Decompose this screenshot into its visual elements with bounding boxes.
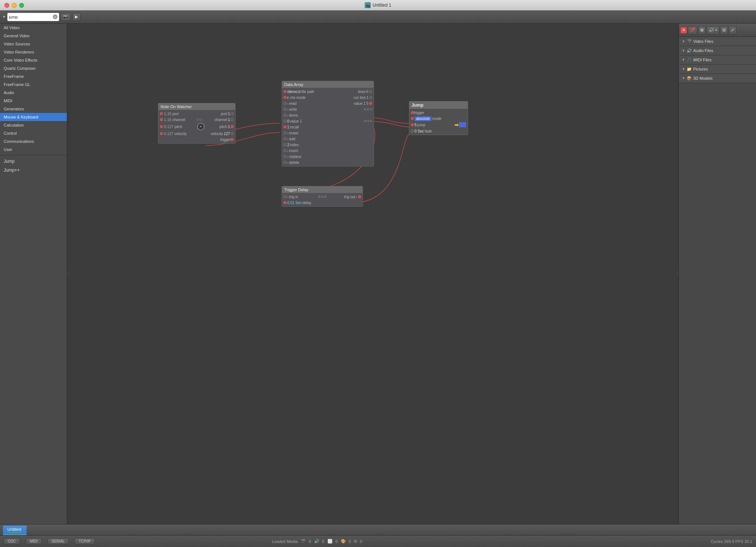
rp-midi-icon: 🎵: [687, 57, 692, 62]
jump-fade-row: 0 Sec fade: [409, 128, 468, 134]
sidebar-item-communications[interactable]: Communications: [0, 137, 67, 145]
minimize-button[interactable]: [12, 3, 17, 8]
da-in-9: [284, 137, 286, 140]
status-cycles-fps: Cycles 269.9 FPS 30.1: [711, 539, 752, 544]
media-palette-icon: 🎨: [341, 539, 346, 544]
now-pitch-row: 0-127 pitch 👁 pitch 1: [158, 123, 235, 131]
sidebar-item-freeframe-gl[interactable]: FreeFrame GL: [0, 80, 67, 89]
status-tab-tcpip[interactable]: TCP/IP: [75, 538, 94, 544]
now-port-out-4: [231, 132, 234, 135]
resize-dot-r2: [677, 274, 678, 274]
sidebar-item-midi[interactable]: MIDI: [0, 97, 67, 105]
da-in-13: [284, 161, 286, 164]
resize-dot-r1: [677, 272, 678, 272]
sidebar-item-all-video[interactable]: All Video: [0, 24, 67, 32]
fps-label: FPS: [735, 539, 743, 544]
data-array-node[interactable]: Data Array /demo.b file path lines 6 r- …: [282, 81, 374, 166]
status-media-info: Loaded Media 🎬 0 🔊 0 ⬜ 0 🎨 0 ⧉ 0: [272, 539, 362, 544]
sidebar-divider: [0, 155, 67, 155]
rp-video-files-header[interactable]: ▼ 🎬 Video Files: [679, 37, 756, 46]
rp-arrow-4: ▼: [682, 67, 685, 71]
sidebar-item-video-renderers[interactable]: Video Renderers: [0, 48, 67, 56]
rp-video-icon: 🎬: [687, 39, 692, 44]
da-port-cluster-1: [364, 108, 372, 110]
sidebar-item-quartz-composer[interactable]: Quartz Composer: [0, 64, 67, 72]
titlebar: 🎬 Untitled 1: [0, 0, 756, 10]
rp-section-3d-models: ▼ 📦 3D Models: [679, 74, 756, 83]
rp-pin-button[interactable]: 📌: [688, 26, 697, 34]
sidebar-item-audio[interactable]: Audio: [0, 89, 67, 97]
sidebar-item-general-video[interactable]: General Video: [0, 32, 67, 40]
da-port-cluster-2: [364, 120, 372, 122]
search-dropdown-arrow[interactable]: ▼: [2, 15, 6, 19]
da-out-3: [369, 102, 372, 105]
da-index-row: 2 index: [282, 142, 374, 148]
td-in-1: [284, 195, 286, 198]
da-in-1: [284, 90, 286, 93]
close-button[interactable]: [4, 3, 9, 8]
sidebar-item-mouse-keyboard[interactable]: Mouse & Keyboard: [0, 113, 67, 121]
sidebar-item-freeframe[interactable]: FreeFrame: [0, 72, 67, 80]
da-in-10: [284, 143, 286, 146]
rp-midi-files-label: MIDI Files: [693, 58, 712, 62]
data-array-header: Data Array: [282, 81, 374, 88]
sidebar-item-generators[interactable]: Generators: [0, 105, 67, 113]
now-port-in-2: [160, 118, 163, 121]
sidebar-item-calculation[interactable]: Calculation: [0, 121, 67, 129]
rp-audio-button[interactable]: 🔊 +: [707, 26, 719, 34]
rp-audio-files-header[interactable]: ▼ 🔊 Audio Files: [679, 46, 756, 55]
rp-section-midi-files: ▼ 🎵 MIDI Files: [679, 55, 756, 65]
da-recall-row: 1 recall: [282, 124, 374, 130]
rp-pictures-icon: 📁: [687, 66, 692, 72]
jump-node-header: Jump: [409, 102, 468, 109]
note-on-watcher-body: 1-16 port port 1 1-16 channel ⊙⊙↕ channe…: [158, 110, 235, 143]
status-tab-midi[interactable]: MIDI: [26, 538, 42, 544]
sidebar-item-control[interactable]: Control: [0, 129, 67, 137]
da-in-2: [284, 96, 286, 99]
da-delete-row: - delete: [282, 159, 374, 165]
sidebar-item-video-sources[interactable]: Video Sources: [0, 40, 67, 48]
note-on-watcher-node[interactable]: Note On Watcher 1-16 port port 1 1-16 ch…: [158, 103, 236, 144]
resize-dot-2: [68, 274, 69, 274]
bottom-tabs: Untitled: [0, 524, 756, 535]
td-out-1: [358, 195, 361, 198]
da-in-5: [284, 114, 286, 117]
rp-arrow-1: ▼: [682, 39, 685, 43]
cycles-label: Cycles: [711, 539, 723, 544]
resize-dot-3: [68, 275, 69, 276]
bottom-tab-untitled[interactable]: Untitled: [3, 526, 27, 534]
status-tab-osc[interactable]: OSC: [4, 538, 20, 544]
status-tab-serial[interactable]: SERIAL: [48, 538, 69, 544]
search-wrapper: ×: [7, 13, 59, 21]
camera-button[interactable]: 📷: [61, 13, 71, 21]
sidebar-item-core-video-effects[interactable]: Core Video Effects: [0, 56, 67, 64]
canvas-area[interactable]: Note On Watcher 1-16 port port 1 1-16 ch…: [69, 24, 676, 524]
sidebar-item-user[interactable]: User: [0, 145, 67, 154]
rp-expand2-button[interactable]: ⤢: [729, 26, 736, 34]
search-input[interactable]: [9, 15, 53, 19]
trigger-delay-node[interactable]: Trigger Delay - trig in ⚙⚙⚙ trig out - 0…: [282, 186, 363, 207]
maximize-button[interactable]: [19, 3, 24, 8]
rp-midi-files-header[interactable]: ▼ 🎵 MIDI Files: [679, 55, 756, 64]
play-button[interactable]: ▶: [72, 13, 80, 21]
rp-expand-button[interactable]: ⊞: [698, 26, 706, 34]
da-out-2: [369, 96, 372, 99]
media-count-2: 0: [322, 539, 324, 544]
rp-close-button[interactable]: ✕: [680, 27, 687, 34]
jump-in-mode: [411, 117, 414, 120]
loaded-media-label: Loaded Media: [272, 539, 298, 544]
da-in-4: [284, 108, 286, 111]
now-channel-row: 1-16 channel ⊙⊙↕ channel 1: [158, 117, 235, 123]
rp-audio-icon: 🔊: [687, 48, 692, 53]
rp-section-pictures: ▼ 📁 Pictures: [679, 65, 756, 74]
rp-pictures-header[interactable]: ▼ 📁 Pictures: [679, 65, 756, 73]
rp-3d-models-header[interactable]: ▼ 📦 3D Models: [679, 74, 756, 83]
jump-node[interactable]: Jump trigger absolute mode 5 jump: [409, 101, 468, 135]
sidebar-item-jump[interactable]: Jump: [0, 157, 67, 166]
main-layout: All Video General Video Video Sources Vi…: [0, 24, 756, 524]
search-clear-button[interactable]: ×: [53, 14, 58, 19]
now-trigger-row: trigger: [158, 137, 235, 142]
jump-mode-row: absolute mode: [409, 116, 468, 121]
rp-window-button[interactable]: ⊟: [720, 26, 728, 34]
sidebar-item-jumppp[interactable]: Jump++: [0, 166, 67, 175]
